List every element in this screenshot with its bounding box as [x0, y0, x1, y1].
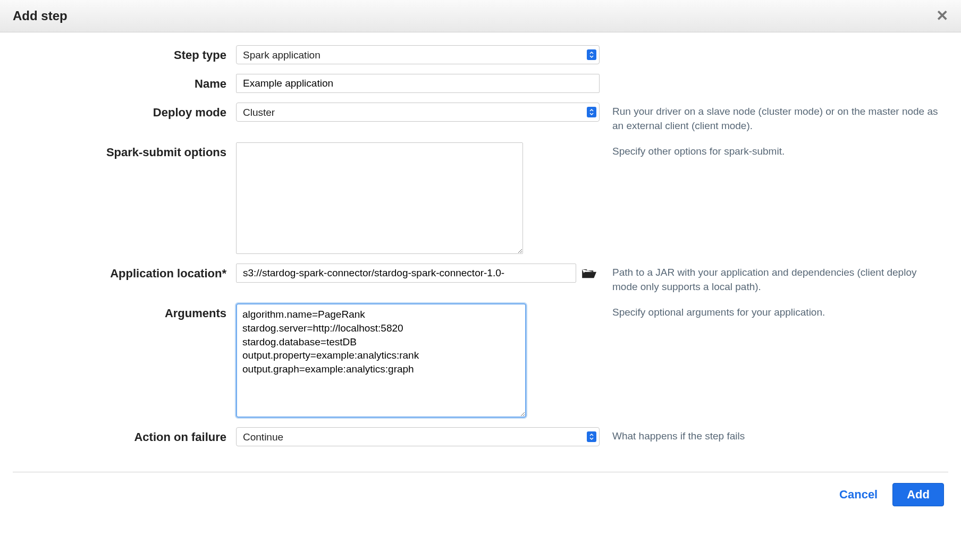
help-spark-submit-options: Specify other options for spark-submit. — [600, 142, 940, 159]
row-application-location: Application location* Path to a JAR with… — [13, 264, 948, 294]
deploy-mode-select[interactable]: Cluster — [236, 103, 600, 122]
label-application-location: Application location* — [13, 264, 236, 281]
add-step-modal: Add step ✕ Step type Spark application N… — [0, 0, 961, 521]
name-input[interactable] — [236, 74, 600, 93]
label-action-on-failure: Action on failure — [13, 427, 236, 444]
modal-header: Add step ✕ — [0, 0, 961, 32]
label-step-type: Step type — [13, 45, 236, 62]
folder-open-icon[interactable] — [581, 264, 596, 283]
help-action-on-failure: What happens if the step fails — [600, 427, 940, 444]
modal-footer: Cancel Add — [0, 472, 961, 521]
modal-title: Add step — [13, 9, 68, 23]
cancel-button[interactable]: Cancel — [839, 488, 878, 502]
action-on-failure-select[interactable]: Continue — [236, 427, 600, 446]
row-name: Name — [13, 74, 948, 93]
label-deploy-mode: Deploy mode — [13, 103, 236, 120]
form-body: Step type Spark application Name — [0, 32, 961, 462]
step-type-select[interactable]: Spark application — [236, 45, 600, 64]
label-name: Name — [13, 74, 236, 91]
row-step-type: Step type Spark application — [13, 45, 948, 64]
row-action-on-failure: Action on failure Continue What happens … — [13, 427, 948, 446]
label-arguments: Arguments — [13, 303, 236, 320]
spark-submit-options-textarea[interactable] — [236, 142, 523, 254]
add-button[interactable]: Add — [892, 483, 944, 506]
application-location-input[interactable] — [236, 264, 576, 283]
help-deploy-mode: Run your driver on a slave node (cluster… — [600, 103, 940, 133]
row-spark-submit-options: Spark-submit options Specify other optio… — [13, 142, 948, 254]
row-arguments: Arguments Specify optional arguments for… — [13, 303, 948, 418]
row-deploy-mode: Deploy mode Cluster Run your driver on a… — [13, 103, 948, 133]
help-application-location: Path to a JAR with your application and … — [600, 264, 940, 294]
close-icon[interactable]: ✕ — [936, 9, 948, 23]
help-arguments: Specify optional arguments for your appl… — [600, 303, 940, 320]
arguments-textarea[interactable] — [236, 303, 526, 418]
label-spark-submit-options: Spark-submit options — [13, 142, 236, 159]
